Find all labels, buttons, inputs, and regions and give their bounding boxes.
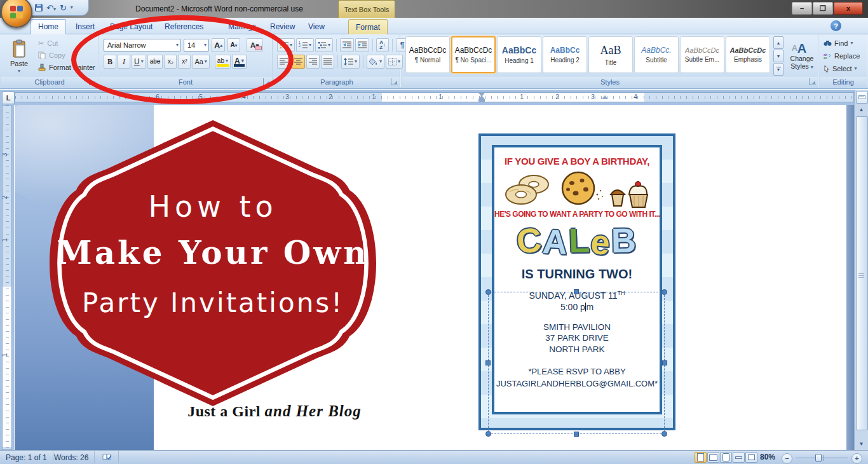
tab-review[interactable]: Review	[263, 19, 302, 34]
italic-button[interactable]: I	[118, 55, 130, 69]
minimize-button[interactable]: –	[792, 2, 812, 15]
vertical-scrollbar[interactable]: ▲ ▼	[854, 90, 868, 450]
shrink-font-button[interactable]: A	[227, 38, 240, 52]
chevron-down-icon[interactable]: ▾	[204, 43, 207, 48]
font-color-button[interactable]: A▾	[232, 55, 247, 69]
print-layout-view-button[interactable]	[695, 452, 707, 463]
cut-button[interactable]: ✂ Cut	[38, 38, 95, 48]
tab-selector-button[interactable]: L	[2, 92, 15, 104]
spellcheck-status[interactable]	[97, 451, 119, 463]
chevron-down-icon[interactable]: ▾	[850, 41, 853, 46]
scrollbar-thumb[interactable]	[856, 116, 868, 430]
clipboard-dialog-launcher-icon[interactable]	[89, 78, 96, 85]
align-left-button[interactable]	[277, 55, 290, 69]
tab-view[interactable]: View	[301, 19, 332, 34]
scroll-down-arrow[interactable]: ▼	[856, 439, 867, 449]
paragraph-dialog-launcher-icon[interactable]	[391, 78, 398, 85]
borders-button[interactable]: ▾	[386, 55, 403, 69]
invitation-outer-textbox[interactable]: IF YOU GIVE A BOY A BIRTHDAY,	[478, 133, 675, 430]
style-chip-heading-1[interactable]: AaBbCcHeading 1	[497, 36, 541, 73]
font-dialog-launcher-icon[interactable]	[263, 78, 270, 85]
chevron-down-icon[interactable]: ▾	[226, 58, 228, 64]
strikethrough-button[interactable]: abe	[147, 55, 163, 69]
zoom-slider-thumb[interactable]	[815, 454, 822, 462]
style-chip-emphasis[interactable]: AaBbCcDcEmphasis	[726, 36, 770, 73]
paste-button[interactable]: Paste ▾	[4, 37, 34, 76]
help-button[interactable]: ?	[831, 20, 841, 31]
fullscreen-reading-view-button[interactable]	[707, 452, 719, 463]
style-chip-subtitle[interactable]: AaBbCc.Subtitle	[634, 36, 679, 73]
scroll-up-arrow[interactable]: ▲	[856, 105, 867, 114]
styles-dialog-launcher-icon[interactable]	[809, 78, 816, 85]
align-center-button[interactable]	[292, 55, 305, 69]
tab-insert[interactable]: Insert	[69, 19, 102, 34]
clear-formatting-button[interactable]: Aa	[247, 38, 263, 52]
subscript-button[interactable]: x₂	[164, 55, 177, 69]
font-size-combobox[interactable]: 14 ▾	[184, 39, 209, 51]
justify-button[interactable]	[321, 55, 334, 69]
customize-qat-icon[interactable]: ▾	[71, 5, 73, 10]
horizontal-ruler[interactable]: L 65432111234	[0, 90, 868, 105]
save-icon[interactable]	[35, 4, 43, 11]
web-layout-view-button[interactable]	[720, 452, 732, 463]
sort-button[interactable]: AZ↓	[376, 38, 389, 52]
font-name-combobox[interactable]: Arial Narrow ▾	[104, 39, 181, 51]
tab-home[interactable]: Home	[31, 19, 66, 34]
outline-view-button[interactable]	[733, 452, 745, 463]
style-chip-subtle-em-[interactable]: AaBbCcDcSubtle Em...	[680, 36, 724, 73]
tab-format[interactable]: Format	[348, 19, 388, 34]
chevron-down-icon[interactable]: ▾	[241, 58, 244, 64]
style-chip--normal[interactable]: AaBbCcDc¶ Normal	[405, 36, 450, 73]
numbering-button[interactable]: 12▾	[296, 38, 314, 52]
word-count-status[interactable]: Words: 26	[48, 451, 95, 463]
select-button[interactable]: Select▾	[824, 63, 860, 74]
restore-button[interactable]: ❐	[813, 2, 833, 15]
styles-scroll-down-button[interactable]: ▼	[773, 50, 783, 62]
zoom-level-label[interactable]: 80%	[760, 453, 775, 461]
chevron-down-icon[interactable]: ▾	[141, 59, 144, 64]
vertical-ruler[interactable]: 3211	[0, 105, 14, 450]
line-spacing-button[interactable]: ▾	[341, 55, 360, 69]
tab-page-layout[interactable]: Page Layout	[103, 19, 159, 34]
highlight-button[interactable]: ab▾	[215, 55, 231, 69]
format-painter-button[interactable]: Format Painter	[38, 62, 95, 72]
increase-indent-button[interactable]	[355, 38, 369, 52]
change-case-button[interactable]: Aa▾	[192, 55, 209, 69]
style-chip-title[interactable]: AaBTitle	[588, 36, 633, 73]
red-badge-graphic[interactable]: How to Make Your Own Party Invitations!	[25, 116, 400, 410]
chevron-down-icon[interactable]: ▾	[855, 66, 857, 71]
ruler-toggle-button[interactable]	[856, 91, 868, 104]
styles-scroll-up-button[interactable]: ▲	[773, 36, 783, 49]
multilevel-list-button[interactable]: ▾	[315, 38, 333, 52]
close-button[interactable]: x	[834, 2, 863, 15]
styles-more-button[interactable]: ▼	[773, 63, 783, 76]
tab-references[interactable]: References	[158, 19, 210, 34]
paste-dropdown-icon[interactable]: ▾	[18, 69, 20, 74]
grow-font-button[interactable]: A	[212, 38, 225, 52]
style-chip-heading-2[interactable]: AaBbCcHeading 2	[543, 36, 587, 73]
style-chip--no-spaci-[interactable]: AaBbCcDc¶ No Spaci...	[451, 36, 496, 73]
redo-icon[interactable]: ↻	[60, 4, 67, 12]
decrease-indent-button[interactable]	[340, 38, 354, 52]
draft-view-button[interactable]	[745, 452, 757, 463]
align-right-button[interactable]	[306, 55, 320, 69]
copy-button[interactable]: Copy	[38, 50, 95, 60]
bullets-button[interactable]: ▾	[277, 38, 295, 52]
page-count-status[interactable]: Page: 1 of 1	[0, 451, 53, 463]
undo-icon[interactable]: ↶▾	[46, 4, 56, 12]
bold-button[interactable]: B	[104, 55, 116, 69]
left-indent-marker[interactable]	[478, 99, 485, 102]
tab-mailings[interactable]: Mailings	[221, 19, 263, 34]
replace-button[interactable]: abac Replace	[824, 50, 860, 61]
underline-button[interactable]: U▾	[132, 55, 146, 69]
shading-button[interactable]: ▾	[367, 55, 384, 69]
change-styles-button[interactable]: AA Change Styles ▾	[787, 36, 817, 76]
invitation-inner-panel[interactable]: IF YOU GIVE A BOY A BIRTHDAY,	[492, 145, 662, 414]
zoom-out-button[interactable]: –	[782, 453, 792, 464]
chevron-down-icon[interactable]: ▾	[176, 43, 179, 48]
chevron-down-icon[interactable]: ▾	[205, 59, 207, 64]
superscript-button[interactable]: x²	[178, 55, 191, 69]
zoom-in-button[interactable]: +	[851, 453, 862, 464]
zoom-slider-track[interactable]	[796, 458, 848, 458]
right-indent-marker[interactable]	[602, 95, 608, 99]
